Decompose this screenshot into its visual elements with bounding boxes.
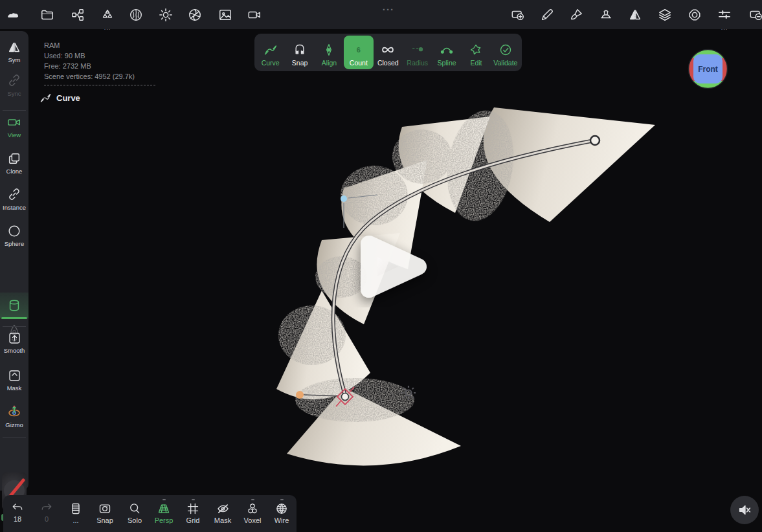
cylinder-tool-button-active[interactable]: [0, 293, 28, 318]
validate-label: Validate: [493, 59, 517, 67]
curve-end-point[interactable]: [590, 136, 600, 145]
snap-label-bottom: Snap: [96, 516, 113, 524]
gizmo-tool-button[interactable]: Gizmo: [0, 404, 28, 428]
settings-button[interactable]: [684, 5, 706, 25]
wire-button[interactable]: Wire: [267, 499, 296, 524]
paint-button[interactable]: [565, 5, 587, 25]
history-list-icon: [69, 502, 82, 515]
scene-graph-icon: [71, 8, 85, 22]
primitives-button[interactable]: ...: [96, 5, 118, 25]
view-tool-button[interactable]: View: [0, 115, 28, 139]
edit-button[interactable]: Edit: [462, 36, 491, 69]
sym-tool-button[interactable]: Sym: [0, 40, 28, 63]
layers-icon: [658, 8, 672, 22]
clone-tool-button[interactable]: Clone: [0, 151, 28, 175]
app-logo-icon: [5, 7, 21, 23]
material-button[interactable]: [184, 5, 206, 25]
sphere-icon: [7, 224, 21, 238]
interface-settings-button[interactable]: ...: [713, 5, 735, 25]
camera-button[interactable]: [243, 5, 265, 25]
add-object-icon: [511, 8, 525, 22]
spline-icon: [440, 43, 453, 56]
speaker-muted-icon: [737, 503, 752, 517]
scene-graph-button[interactable]: [67, 5, 89, 25]
scene-vertices: Scene vertices: 4952 (29.7k): [44, 71, 155, 82]
nav-front-label: Front: [698, 65, 718, 74]
stats-separator: [44, 85, 155, 85]
layers-button[interactable]: [654, 5, 676, 25]
grid-button[interactable]: Grid: [179, 499, 207, 524]
snapshot-button[interactable]: Snap: [91, 499, 119, 524]
snapshot-icon: [98, 502, 111, 515]
sync-label: Sync: [7, 90, 21, 97]
paintbrush-icon: [569, 8, 583, 22]
sun-icon: [159, 8, 173, 22]
pencil-button[interactable]: [536, 5, 558, 25]
redo-button[interactable]: 0: [32, 499, 61, 523]
gizmo-label: Gizmo: [5, 421, 23, 428]
persp-button[interactable]: Persp: [150, 499, 178, 524]
sync-link-icon: [7, 74, 21, 88]
environment-icon: [129, 8, 143, 22]
left-sidebar: Sym Sync View Clone Instance Sphere: [0, 31, 28, 491]
clone-label: Clone: [6, 168, 23, 175]
snap-button[interactable]: Snap: [285, 36, 314, 69]
voxel-button[interactable]: Voxel: [238, 499, 267, 524]
closed-button[interactable]: Closed: [374, 36, 403, 69]
active-tool-label: Curve: [56, 93, 80, 103]
folder-icon: [40, 8, 54, 22]
align-icon: [322, 43, 335, 56]
solo-button[interactable]: Solo: [120, 499, 149, 524]
remove-object-icon: [749, 8, 762, 22]
stamp-button[interactable]: [595, 5, 617, 25]
solo-label: Solo: [128, 516, 142, 524]
primitives-more-dots: ...: [96, 26, 118, 30]
persp-label: Persp: [155, 516, 174, 524]
mask-tool-button[interactable]: Mask: [0, 369, 28, 392]
orientation-ball-icon: Front: [688, 49, 728, 89]
material-sphere-icon: [188, 8, 202, 22]
mask-view-button[interactable]: Mask: [208, 499, 237, 524]
topbar-more-dots[interactable]: ...: [372, 0, 405, 14]
history-button[interactable]: ...: [62, 499, 90, 524]
snap-label: Snap: [292, 59, 308, 67]
sliders-icon: [717, 8, 732, 22]
add-object-button[interactable]: [507, 5, 529, 25]
align-button[interactable]: Align: [315, 36, 344, 69]
sphere-tool-button[interactable]: Sphere: [0, 224, 28, 247]
cylinder-icon: [7, 298, 21, 313]
edit-icon: [469, 43, 482, 56]
validate-button[interactable]: Validate: [491, 36, 520, 69]
smooth-tool-button[interactable]: Smooth: [0, 331, 28, 354]
sync-tool-button[interactable]: Sync: [0, 74, 28, 97]
symmetry-icon: [7, 40, 21, 54]
instance-tool-button[interactable]: Instance: [0, 188, 28, 211]
ram-used: Used: 90 MB: [44, 50, 155, 61]
environment-button[interactable]: [125, 5, 147, 25]
undo-button[interactable]: 18: [3, 499, 32, 523]
lighting-button[interactable]: [155, 5, 177, 25]
background-image-button[interactable]: [214, 5, 236, 25]
count-value: 6: [357, 43, 361, 56]
symmetry-button[interactable]: [624, 5, 646, 25]
count-label: Count: [350, 59, 368, 67]
mask-square-icon: [8, 369, 21, 382]
curve-handle-orange[interactable]: [296, 391, 304, 399]
remove-object-button[interactable]: [745, 5, 762, 25]
align-label: Align: [322, 59, 337, 67]
count-button[interactable]: 6 Count: [344, 36, 373, 69]
closed-label: Closed: [377, 59, 399, 67]
app-logo-button[interactable]: [2, 5, 24, 25]
curve-mode-button[interactable]: Curve: [256, 36, 285, 69]
mute-button[interactable]: [730, 496, 759, 524]
edit-label: Edit: [470, 59, 482, 67]
radius-button[interactable]: Radius: [403, 36, 432, 69]
sliders-more-dots: ...: [713, 26, 735, 30]
curve-handle-blue[interactable]: [341, 195, 347, 202]
files-button[interactable]: [36, 5, 58, 25]
grid-label: Grid: [186, 516, 200, 524]
spline-button[interactable]: Spline: [432, 36, 461, 69]
ram-title: RAM: [44, 40, 155, 50]
orientation-gizmo[interactable]: Front: [688, 49, 728, 89]
cylinder-active-underline: [1, 317, 27, 319]
